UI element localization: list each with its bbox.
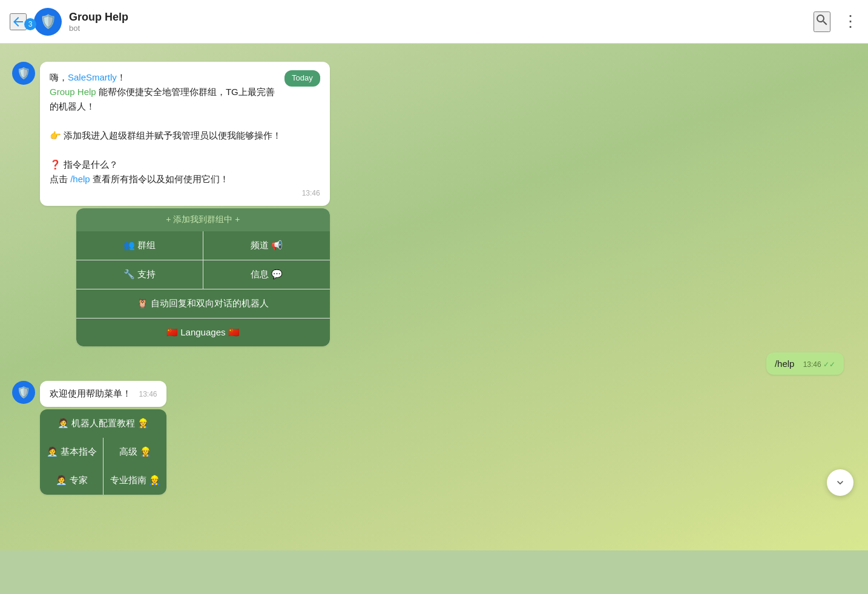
welcome-buttons-panel: 🧑‍💼 机器人配置教程 👷 🧑‍💼 基本指令 高级 👷 🧑‍💼 专家 专业指南 …	[40, 409, 166, 495]
header-left: 3 🛡️ Group Help bot	[10, 8, 128, 36]
header-right: ⋮	[814, 12, 858, 32]
support-button[interactable]: 🔧 支持	[76, 260, 203, 289]
user-help-bubble: /help 13:46 ✓✓	[766, 352, 844, 375]
header-title: Group Help bot	[69, 11, 128, 33]
auto-reply-button[interactable]: 🦉 自动回复和双向对话的机器人	[76, 289, 330, 318]
more-menu-button[interactable]: ⋮	[843, 12, 858, 31]
bot-message-timestamp: 13:46	[50, 189, 320, 197]
expert-button[interactable]: 🧑‍💼 专家	[40, 466, 103, 495]
scroll-down-fab[interactable]	[827, 469, 853, 496]
contact-name: Group Help	[69, 11, 128, 24]
bot-button-grid: 👥 群组 频道 📢 🔧 支持 信息 💬 🦉 自动回复和双向对话的机器人 🇨🇳 L…	[76, 231, 330, 346]
contact-sub: bot	[69, 24, 128, 33]
search-button[interactable]	[814, 12, 830, 32]
today-badge: Today	[284, 70, 320, 87]
header: 3 🛡️ Group Help bot ⋮	[0, 0, 868, 44]
bot-avatar: 🛡️	[12, 62, 35, 85]
bot-message-intro-wrap: 🛡️ Today 嗨，SaleSmartly！ Group Help 能帮你便捷…	[12, 62, 856, 346]
help-post: 查看所有指令以及如何使用它们！	[90, 174, 229, 184]
help-pre: 点击	[50, 174, 70, 184]
welcome-timestamp: 13:46	[139, 390, 157, 398]
bot-name-highlight: Group Help	[50, 87, 96, 97]
cta-text: 👉 添加我进入超级群组并赋予我管理员以便我能够操作！	[50, 130, 281, 140]
basic-advanced-row: 🧑‍💼 基本指令 高级 👷	[40, 438, 166, 466]
chat-background: 🛡️ Today 嗨，SaleSmartly！ Group Help 能帮你便捷…	[0, 44, 868, 550]
channel-button[interactable]: 频道 📢	[203, 231, 330, 260]
question-text: ❓ 指令是什么？	[50, 159, 118, 170]
add-group-row[interactable]: + 添加我到群组中 +	[76, 208, 330, 231]
welcome-text: 欢迎使用帮助菜单！	[50, 388, 131, 398]
user-help-timestamp: 13:46 ✓✓	[803, 360, 835, 369]
back-area: 3	[10, 13, 27, 30]
basic-commands-button[interactable]: 🧑‍💼 基本指令	[40, 438, 103, 466]
username-highlight: SaleSmartly	[68, 72, 117, 82]
bot-avatar-2: 🛡️	[12, 381, 35, 404]
user-help-message-wrap: /help 13:46 ✓✓	[12, 352, 844, 375]
greeting-pre: 嗨，	[50, 72, 68, 82]
groups-button[interactable]: 👥 群组	[76, 231, 203, 260]
robot-config-button[interactable]: 🧑‍💼 机器人配置教程 👷	[40, 409, 166, 438]
messages-list: 🛡️ Today 嗨，SaleSmartly！ Group Help 能帮你便捷…	[0, 56, 868, 501]
bot-buttons-panel: + 添加我到群组中 + 👥 群组 频道 📢 🔧 支持 信息 💬 🦉 自动回复和双…	[76, 208, 330, 346]
info-button[interactable]: 信息 💬	[203, 260, 330, 289]
bot-intro-text: Today 嗨，SaleSmartly！ Group Help 能帮你便捷安全地…	[50, 70, 320, 186]
chat-area: 🛡️ Today 嗨，SaleSmartly！ Group Help 能帮你便捷…	[0, 44, 868, 550]
pro-guide-button[interactable]: 专业指南 👷	[104, 466, 166, 495]
advanced-button[interactable]: 高级 👷	[104, 438, 166, 466]
languages-button[interactable]: 🇨🇳 Languages 🇨🇳	[76, 318, 330, 346]
help-link[interactable]: /help	[70, 174, 90, 184]
avatar: 🛡️	[34, 8, 62, 36]
expert-guide-row: 🧑‍💼 专家 专业指南 👷	[40, 466, 166, 495]
bot-intro-bubble: Today 嗨，SaleSmartly！ Group Help 能帮你便捷安全地…	[40, 62, 330, 206]
welcome-message-wrap: 🛡️ 欢迎使用帮助菜单！ 13:46 🧑‍💼 机器人配置教程 👷 🧑‍💼 基本指…	[12, 381, 856, 495]
greeting-post: ！	[117, 72, 126, 82]
notification-badge: 3	[24, 18, 36, 30]
user-help-text: /help	[775, 358, 795, 369]
welcome-bubble: 欢迎使用帮助菜单！ 13:46	[40, 381, 166, 407]
check-icon: ✓✓	[823, 360, 835, 369]
